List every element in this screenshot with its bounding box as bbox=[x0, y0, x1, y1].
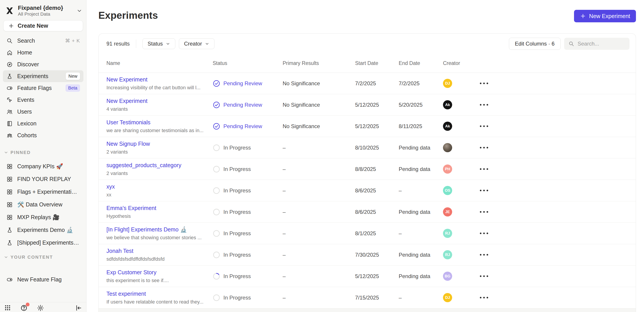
experiment-description: 2 variants bbox=[106, 170, 206, 176]
progress-icon bbox=[213, 208, 220, 216]
row-menu-button[interactable] bbox=[480, 295, 494, 301]
sidebar-item-discover[interactable]: Discover bbox=[3, 58, 84, 70]
row-menu-button[interactable] bbox=[480, 273, 494, 279]
row-menu-button[interactable] bbox=[480, 80, 494, 86]
sidebar-item-shipped-experiments-demo[interactable]: [Shipped] Experiments Demo ✏️ bbox=[3, 236, 84, 249]
experiment-name-link[interactable]: Emma's Experiment bbox=[106, 205, 206, 211]
avatar[interactable]: Ak bbox=[443, 122, 452, 131]
sidebar-item-flags-experimentation-demo[interactable]: Flags + Experimentation Demo , bbox=[3, 185, 84, 198]
sidebar-item-home[interactable]: Home bbox=[3, 47, 84, 58]
name-cell: suggested_products_category 2 variants bbox=[106, 162, 213, 176]
toggle-icon bbox=[6, 276, 13, 283]
create-new-button[interactable]: Create New bbox=[3, 20, 83, 31]
table-header: NameStatusPrimary ResultsStart DateEnd D… bbox=[98, 54, 636, 73]
start-date-cell: 8/6/2025 bbox=[355, 187, 399, 194]
sidebar-item-lexicon[interactable]: Lexicon bbox=[3, 118, 84, 130]
sidebar-item-label: Home bbox=[17, 49, 80, 56]
row-menu-button[interactable] bbox=[480, 102, 494, 108]
flask-icon bbox=[6, 227, 13, 233]
status-label: Pending Review bbox=[224, 123, 262, 130]
name-cell: Test experiment If users have relatable … bbox=[106, 291, 213, 305]
experiment-description: we believe that showing customer stories… bbox=[106, 235, 206, 241]
sidebar-item-users[interactable]: Users bbox=[3, 106, 84, 118]
sidebar-item-label: Search bbox=[17, 37, 61, 44]
sidebar-item-feature-flags[interactable]: Feature FlagsBeta bbox=[3, 82, 84, 94]
avatar[interactable]: RJ bbox=[443, 229, 452, 238]
sidebar-item-events[interactable]: Events bbox=[3, 94, 84, 106]
edit-columns-button[interactable]: Edit Columns · 6 bbox=[509, 38, 560, 50]
avatar[interactable]: OS bbox=[443, 186, 452, 195]
menu-cell bbox=[480, 252, 636, 258]
pinned-section-label: PINNED bbox=[10, 150, 31, 155]
table-row: Exp Customer Story this experiment is to… bbox=[98, 266, 636, 287]
sidebar-item-new-feature-flag[interactable]: New Feature Flag bbox=[3, 273, 84, 286]
experiment-name-link[interactable]: Jonah Test bbox=[106, 248, 206, 254]
status-cell: In Progress bbox=[213, 273, 283, 280]
primary-results-cell: – bbox=[283, 209, 355, 215]
help-icon[interactable] bbox=[20, 304, 28, 312]
experiment-description: sdfdsfdsfsdfdffdfdsfsdfdsfd bbox=[106, 256, 206, 262]
table-row: xyx xx In Progress – 8/6/2025 – OS bbox=[98, 180, 636, 201]
avatar[interactable]: PH bbox=[443, 164, 452, 174]
experiment-name-link[interactable]: suggested_products_category bbox=[106, 162, 206, 168]
board-icon bbox=[6, 176, 13, 182]
create-new-label: Create New bbox=[18, 22, 48, 29]
sidebar-item-search[interactable]: Search⌘ + K bbox=[3, 35, 84, 47]
avatar[interactable]: RJ bbox=[443, 250, 452, 259]
collapse-sidebar-icon[interactable] bbox=[75, 304, 82, 312]
row-menu-button[interactable] bbox=[480, 166, 494, 172]
your-content-section-header[interactable]: YOUR CONTENT bbox=[0, 253, 86, 262]
your-content-list: New Feature Flag bbox=[0, 273, 86, 286]
row-menu-button[interactable] bbox=[480, 209, 494, 215]
experiment-name-link[interactable]: [In Flight] Experiments Demo 🔬 bbox=[106, 226, 206, 233]
fixpanel-logo-icon bbox=[4, 5, 15, 16]
apps-grid-icon[interactable] bbox=[4, 304, 11, 311]
chevron-down-icon bbox=[4, 255, 8, 259]
table-row: Jonah Test sdfdsfdsfsdfdffdfdsfsdfdsfd I… bbox=[98, 244, 636, 266]
experiment-name-link[interactable]: New Experiment bbox=[106, 76, 206, 83]
experiment-name-link[interactable]: User Testimonials bbox=[106, 119, 206, 126]
experiment-description: Increasing visibility of the cart button… bbox=[106, 85, 206, 91]
new-experiment-button[interactable]: New Experiment bbox=[574, 10, 636, 22]
sidebar-item-experiments-demo[interactable]: Experiments Demo 🔬 bbox=[3, 224, 84, 236]
sidebar-item-label: Events bbox=[17, 97, 80, 103]
avatar[interactable]: JE bbox=[443, 207, 452, 216]
pinned-section-header[interactable]: PINNED bbox=[0, 148, 86, 157]
status-cell: In Progress bbox=[213, 251, 283, 259]
sidebar-item-experiments[interactable]: ExperimentsNew bbox=[3, 70, 84, 82]
experiment-name-link[interactable]: Exp Customer Story bbox=[106, 269, 206, 276]
sidebar-item-label: New Feature Flag bbox=[17, 276, 62, 283]
experiment-name-link[interactable]: Test experiment bbox=[106, 291, 206, 297]
progress-icon bbox=[213, 187, 220, 194]
status-filter-button[interactable]: Status bbox=[142, 38, 175, 49]
end-date-cell: 8/11/2025 bbox=[399, 123, 443, 130]
sidebar-item-mxp-replays[interactable]: MXP Replays 🎥 bbox=[3, 211, 84, 224]
row-menu-button[interactable] bbox=[480, 230, 494, 236]
sidebar-item-company-kpis[interactable]: Company KPIs 🚀 bbox=[3, 160, 84, 173]
search-icon bbox=[6, 37, 13, 44]
primary-results-cell: – bbox=[283, 230, 355, 237]
row-menu-button[interactable] bbox=[480, 123, 494, 129]
row-menu-button[interactable] bbox=[480, 252, 494, 258]
row-menu-button[interactable] bbox=[480, 187, 494, 193]
avatar[interactable]: Ak bbox=[443, 100, 452, 109]
avatar[interactable]: DJ bbox=[443, 293, 452, 302]
sidebar-item-label: Feature Flags bbox=[17, 85, 61, 91]
primary-results-cell: No Significance bbox=[283, 123, 355, 130]
experiment-name-link[interactable]: xyx bbox=[106, 183, 206, 190]
search-input[interactable] bbox=[578, 41, 626, 47]
avatar[interactable]: BG bbox=[443, 272, 452, 281]
sidebar-item-data-overview[interactable]: 🛠️ Data Overview bbox=[3, 198, 84, 211]
sidebar-item-cohorts[interactable]: Cohorts bbox=[3, 130, 84, 141]
avatar[interactable] bbox=[443, 143, 452, 152]
experiment-name-link[interactable]: New Signup Flow bbox=[106, 141, 206, 147]
toolbar-divider bbox=[136, 39, 136, 48]
avatar[interactable]: DJ bbox=[443, 79, 452, 88]
experiment-name-link[interactable]: New Experiment bbox=[106, 98, 206, 104]
creator-filter-button[interactable]: Creator bbox=[179, 38, 214, 49]
sidebar-item-find-your-replay[interactable]: FIND YOUR REPLAY bbox=[3, 173, 84, 185]
row-menu-button[interactable] bbox=[480, 145, 494, 151]
board-icon bbox=[6, 189, 13, 195]
workspace-switcher[interactable]: Fixpanel {demo} All Project Data bbox=[0, 0, 86, 17]
settings-gear-icon[interactable] bbox=[37, 304, 44, 312]
